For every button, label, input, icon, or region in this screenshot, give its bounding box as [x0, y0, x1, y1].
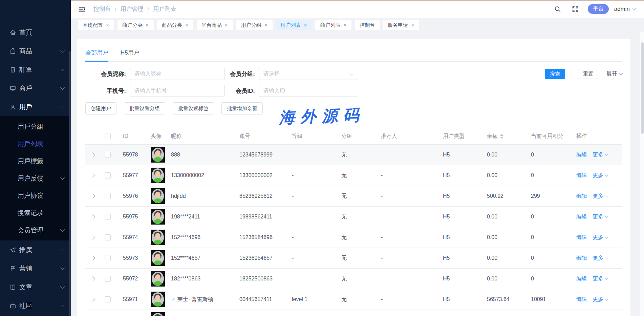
bulk-set-group-button[interactable]: 批量设置分组	[124, 102, 165, 114]
nickname: 888	[171, 152, 239, 158]
open-tab[interactable]: 用户分组 ✕	[236, 20, 273, 30]
sidebar-scrollbar[interactable]	[69, 51, 71, 316]
checkbox[interactable]	[105, 214, 111, 220]
close-icon[interactable]: ✕	[185, 23, 189, 28]
sidebar-item-orders[interactable]: 訂單	[0, 60, 71, 79]
points: 0	[531, 234, 576, 240]
open-tab[interactable]: 服务申请 ✕	[383, 20, 419, 30]
open-tab-label: 商品分类	[162, 22, 182, 28]
checkbox[interactable]	[105, 172, 111, 178]
checkbox[interactable]	[105, 133, 111, 139]
expand-row-icon[interactable]	[90, 256, 95, 260]
open-tab[interactable]: 商户分类 ✕	[117, 20, 154, 30]
more-link[interactable]: 更多	[593, 234, 608, 241]
edit-link[interactable]: 编辑	[576, 275, 587, 282]
expand-row-icon[interactable]	[90, 173, 95, 178]
sidebar-subitem[interactable]: 搜索记录	[0, 204, 71, 222]
search-icon[interactable]	[554, 5, 561, 13]
phone-input[interactable]	[130, 85, 225, 97]
more-link[interactable]: 更多	[593, 151, 608, 159]
page-scrollbar[interactable]	[640, 32, 644, 316]
checkbox[interactable]	[105, 152, 111, 158]
expand-row-icon[interactable]	[90, 214, 95, 219]
account: 15236584696	[239, 234, 292, 240]
open-tab[interactable]: 控制台	[355, 20, 380, 30]
close-icon[interactable]: ✕	[411, 23, 414, 28]
close-icon[interactable]: ✕	[343, 23, 347, 28]
expand-row-icon[interactable]	[90, 194, 95, 198]
edit-link[interactable]: 编辑	[576, 213, 587, 220]
edit-link[interactable]: 编辑	[576, 255, 587, 262]
sidebar-subitem[interactable]: 用戶列表	[0, 135, 71, 152]
edit-link[interactable]: 编辑	[576, 151, 587, 159]
search-button[interactable]: 搜索	[545, 69, 565, 79]
more-link[interactable]: 更多	[593, 213, 608, 220]
checkbox[interactable]	[105, 276, 111, 282]
sidebar-subitem[interactable]: 用户协议	[0, 187, 71, 204]
sidebar-item-promotion[interactable]: 推廣	[0, 240, 71, 259]
close-icon[interactable]: ✕	[106, 23, 109, 28]
edit-link[interactable]: 编辑	[576, 172, 587, 179]
breadcrumb-item[interactable]: 用户管理	[121, 5, 144, 13]
column-header-label: 用户类型	[443, 133, 465, 140]
edit-link[interactable]: 编辑	[576, 296, 587, 303]
bulk-add-balance-button[interactable]: 批量增加余额	[221, 102, 263, 114]
nickname-input[interactable]	[130, 68, 225, 80]
more-link[interactable]: 更多	[593, 172, 608, 179]
sidebar-item-merchant[interactable]: 商戶	[0, 79, 71, 98]
sidebar-item-home[interactable]: 首頁	[0, 23, 71, 42]
expand-row-icon[interactable]	[90, 235, 95, 240]
expand-toggle[interactable]: 展开	[606, 70, 622, 78]
sort-icon[interactable]	[500, 134, 503, 139]
open-tab[interactable]: 用户列表 ✕	[276, 20, 312, 30]
open-tab[interactable]: 商品分类 ✕	[157, 20, 193, 30]
scrollbar-thumb[interactable]	[641, 42, 644, 134]
more-link[interactable]: 更多	[593, 275, 608, 282]
more-link[interactable]: 更多	[593, 193, 608, 200]
sidebar-subitem[interactable]: 用戶標籤	[0, 152, 71, 170]
tab-h5-users[interactable]: H5用户	[121, 49, 139, 61]
expand-row-icon[interactable]	[90, 152, 95, 157]
close-icon[interactable]: ✕	[224, 23, 228, 28]
edit-link[interactable]: 编辑	[576, 234, 587, 241]
sidebar-item-articles[interactable]: 文章	[0, 278, 71, 296]
breadcrumb-item[interactable]: 控制台	[93, 5, 111, 13]
checkbox[interactable]	[105, 296, 111, 302]
checkbox[interactable]	[105, 234, 111, 240]
open-tab[interactable]: 平台商品 ✕	[197, 20, 233, 30]
checkbox[interactable]	[105, 193, 111, 199]
close-icon[interactable]: ✕	[304, 23, 307, 28]
edit-link[interactable]: 编辑	[576, 193, 587, 200]
close-icon[interactable]: ✕	[145, 23, 149, 28]
bulk-set-tag-button[interactable]: 批量设置标签	[173, 102, 214, 114]
sidebar-item-community[interactable]: 社區	[0, 296, 71, 315]
referrer: -	[381, 234, 443, 240]
chevron-down-icon	[605, 277, 608, 280]
sidebar-subitem[interactable]: 会员管理	[0, 222, 71, 239]
more-link[interactable]: 更多	[593, 255, 608, 262]
checkbox[interactable]	[105, 255, 111, 261]
sidebar-item-marketing[interactable]: 营销	[0, 259, 71, 278]
tab-all-users[interactable]: 全部用户	[85, 49, 108, 61]
user-menu[interactable]: admin	[614, 6, 635, 13]
sidebar-submenu: 用戶分組 用戶列表 用戶標籤 用户反馈 用户协议 搜索记录 会员管理	[0, 116, 71, 240]
open-tab[interactable]: 商户列表 ✕	[315, 20, 351, 30]
group-select[interactable]: 请选择	[259, 68, 357, 80]
avatar-cell	[143, 292, 171, 307]
create-user-button[interactable]: 创建用户	[85, 102, 116, 114]
sidebar-item-goods[interactable]: 商品	[0, 42, 71, 60]
reset-button[interactable]: 重置	[578, 69, 598, 79]
sidebar-subitem[interactable]: 用户反馈	[0, 170, 71, 187]
menu-fold-icon[interactable]	[78, 5, 86, 13]
fullscreen-icon[interactable]	[572, 5, 579, 13]
nickname: 13300000002	[171, 172, 239, 178]
expand-row-icon[interactable]	[90, 276, 95, 281]
sidebar-item-users[interactable]: 用戶	[0, 98, 71, 116]
more-link[interactable]: 更多	[593, 296, 608, 303]
close-icon[interactable]: ✕	[264, 23, 268, 28]
member-id-input[interactable]	[259, 85, 357, 97]
open-tab[interactable]: 基礎配置 ✕	[78, 20, 114, 30]
breadcrumb-item[interactable]: 用户列表	[153, 5, 176, 13]
expand-row-icon[interactable]	[90, 297, 95, 302]
sidebar-subitem[interactable]: 用戶分組	[0, 118, 71, 135]
